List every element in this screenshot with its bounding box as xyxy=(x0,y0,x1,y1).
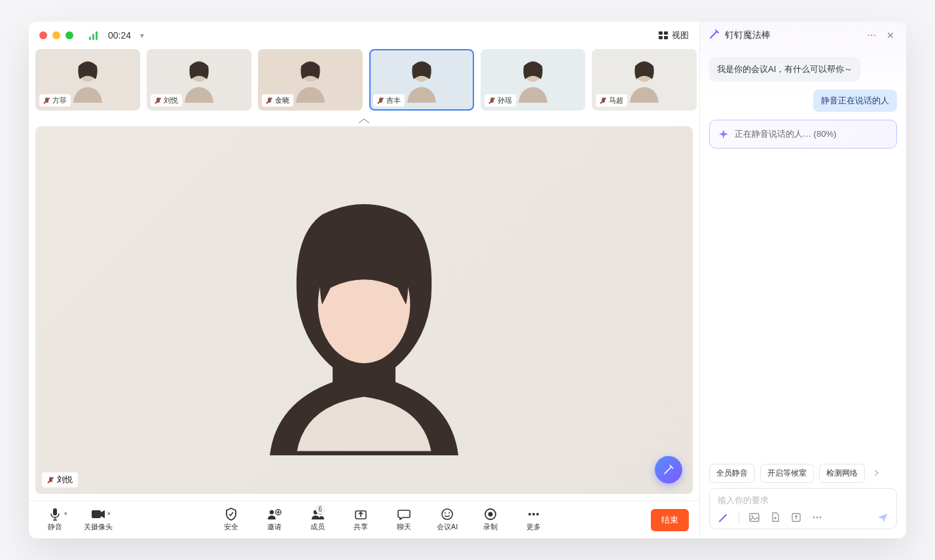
chat-icon xyxy=(397,508,411,521)
svg-point-25 xyxy=(813,517,815,519)
svg-point-19 xyxy=(528,513,531,516)
sidebar-title: 钉钉魔法棒 xyxy=(725,29,859,41)
members-icon: 6 xyxy=(310,508,325,521)
participant-tile[interactable]: 方菲 xyxy=(35,49,140,111)
main-speaker-name: 刘悦 xyxy=(57,474,73,485)
signal-strength-icon xyxy=(89,31,98,40)
svg-point-9 xyxy=(270,510,274,514)
upload-icon[interactable] xyxy=(790,512,802,523)
mic-muted-icon xyxy=(600,97,606,104)
record-icon xyxy=(483,508,498,521)
ai-message: 我是你的会议AI，有什么可以帮你～ xyxy=(709,57,860,82)
chips-scroll-right[interactable] xyxy=(870,468,883,479)
sparkle-icon xyxy=(719,130,728,139)
participant-tile[interactable]: 孙瑶 xyxy=(481,49,585,111)
participant-tile[interactable]: 刘悦 xyxy=(147,49,251,111)
svg-point-21 xyxy=(536,513,539,516)
participant-name-badge: 马超 xyxy=(596,94,627,107)
image-icon[interactable] xyxy=(748,512,760,523)
record-button[interactable]: 录制 xyxy=(475,508,506,532)
ai-prompt-input[interactable] xyxy=(718,495,889,505)
svg-point-27 xyxy=(820,517,822,519)
security-button[interactable]: 安全 xyxy=(215,508,247,532)
members-button[interactable]: 6 成员 xyxy=(302,508,333,532)
view-label: 视图 xyxy=(672,29,689,41)
svg-point-16 xyxy=(449,512,450,514)
svg-point-18 xyxy=(488,512,493,517)
mic-muted-icon xyxy=(266,97,272,104)
sidebar-more-button[interactable]: ⋯ xyxy=(864,27,879,43)
participant-name-badge: 孙瑶 xyxy=(485,94,516,107)
end-call-button[interactable]: 结束 xyxy=(651,509,689,531)
svg-point-23 xyxy=(752,516,754,517)
more-tools-icon[interactable] xyxy=(811,512,823,523)
ai-assistant-fab[interactable] xyxy=(655,456,682,483)
invite-button[interactable]: 邀请 xyxy=(259,508,290,532)
participant-name: 吉丰 xyxy=(386,96,401,105)
wand-icon xyxy=(663,464,674,476)
meeting-ai-button[interactable]: 会议AI xyxy=(431,508,463,532)
participant-name: 金晓 xyxy=(275,96,289,105)
mute-button[interactable]: ▾ 静音 xyxy=(39,508,71,532)
participant-name: 方菲 xyxy=(52,96,67,105)
progress-text: 正在静音说话的人… (80%) xyxy=(735,128,836,140)
collapse-strip-button[interactable] xyxy=(29,116,699,126)
participant-name-badge: 方菲 xyxy=(39,94,71,107)
grid-view-icon xyxy=(659,31,668,39)
minimize-window-dot[interactable] xyxy=(52,31,60,39)
participant-tile[interactable]: 吉丰 xyxy=(369,49,474,111)
svg-point-26 xyxy=(816,517,818,519)
change-view-button[interactable]: 视图 xyxy=(659,29,689,41)
ai-progress-card: 正在静音说话的人… (80%) xyxy=(709,120,897,149)
timer-dropdown-caret[interactable]: ▼ xyxy=(139,32,145,39)
participant-tile[interactable]: 马超 xyxy=(592,49,697,111)
call-timer: 00:24 xyxy=(108,30,131,41)
ai-assistant-sidebar: 钉钉魔法棒 ⋯ ✕ 我是你的会议AI，有什么可以帮你～ 静音正在说话的人 正在静… xyxy=(699,22,906,538)
chevron-up-icon xyxy=(358,118,371,124)
close-window-dot[interactable] xyxy=(39,31,47,39)
chip-waiting-room[interactable]: 开启等候室 xyxy=(760,464,814,483)
participant-name: 刘悦 xyxy=(164,96,178,105)
participant-name: 马超 xyxy=(609,96,623,105)
more-button[interactable]: 更多 xyxy=(518,508,549,532)
share-button[interactable]: 共享 xyxy=(345,508,376,532)
sidebar-header: 钉钉魔法棒 ⋯ ✕ xyxy=(700,22,906,49)
window-top-bar: 00:24 ▼ 视图 xyxy=(29,22,699,49)
traffic-lights[interactable] xyxy=(39,31,73,39)
participants-strip: 方菲 刘悦 金晓 吉丰 孙瑶 xyxy=(29,49,699,116)
smile-icon xyxy=(440,508,454,521)
participant-name-badge: 金晓 xyxy=(262,94,293,107)
microphone-icon: ▾ xyxy=(48,508,62,521)
participant-name-badge: 刘悦 xyxy=(151,94,182,107)
camera-button[interactable]: ▾ 关摄像头 xyxy=(82,508,114,532)
send-button[interactable] xyxy=(877,512,889,523)
svg-point-20 xyxy=(532,513,535,516)
main-speaker-video[interactable]: 刘悦 xyxy=(35,126,693,494)
chat-button[interactable]: 聊天 xyxy=(388,508,420,532)
user-message: 静音正在说话的人 xyxy=(813,90,897,112)
wand-icon xyxy=(709,29,720,42)
share-screen-icon xyxy=(354,508,368,521)
mic-muted-icon xyxy=(488,97,495,104)
participant-name: 孙瑶 xyxy=(498,96,512,105)
chip-check-network[interactable]: 检测网络 xyxy=(819,464,865,483)
participant-name-badge: 吉丰 xyxy=(373,94,405,107)
chevron-down-icon[interactable]: ▾ xyxy=(64,510,67,517)
ai-input-box[interactable] xyxy=(709,488,897,529)
sidebar-close-button[interactable]: ✕ xyxy=(884,27,897,43)
person-placeholder-icon xyxy=(259,192,469,467)
app-window: 00:24 ▼ 视图 方菲 刘悦 xyxy=(29,22,906,538)
chevron-down-icon[interactable]: ▾ xyxy=(107,510,111,517)
chip-mute-all[interactable]: 全员静音 xyxy=(709,464,755,483)
mic-muted-icon xyxy=(377,97,384,104)
file-add-icon[interactable] xyxy=(769,512,781,523)
mic-muted-icon xyxy=(47,477,54,483)
svg-point-15 xyxy=(445,512,446,514)
invite-icon xyxy=(267,508,282,521)
wand-tool-icon[interactable] xyxy=(718,512,729,523)
members-count-badge: 6 xyxy=(316,505,325,514)
fullscreen-window-dot[interactable] xyxy=(65,31,73,39)
shield-icon xyxy=(224,508,238,521)
svg-point-14 xyxy=(442,509,452,519)
participant-tile[interactable]: 金晓 xyxy=(258,49,363,111)
